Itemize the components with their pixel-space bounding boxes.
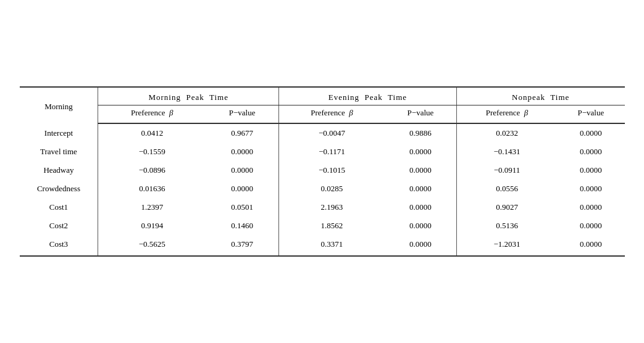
table-cell: 0.0000 [557,180,624,198]
row-label: Cost1 [20,198,98,217]
sub-header-morning-pref: Preference β [98,105,206,124]
table-cell: 0.0000 [206,161,278,180]
group-header-morning: Morning Peak Time [98,87,279,105]
table-cell: −0.1431 [456,143,557,161]
table-cell: −0.0896 [98,161,206,180]
table-cell: 0.0000 [557,123,624,143]
table-cell: −1.2031 [456,235,557,256]
row-label: Crowdedness [20,180,98,198]
table-cell: 0.0000 [385,180,456,198]
table-cell: 0.3371 [278,235,385,256]
sub-header-morning-pval: P−value [206,105,278,124]
table-cell: 0.3797 [206,235,278,256]
table-cell: 0.9194 [98,217,206,235]
sub-header-nonpeak-pval: P−value [557,105,624,124]
table-cell: 0.0000 [206,180,278,198]
table-cell: −0.0911 [456,161,557,180]
table-cell: −0.5625 [98,235,206,256]
row-label: Headway [20,161,98,180]
data-table: Morning Morning Peak Time Evening Peak T… [20,86,625,257]
row-label: Intercept [20,123,98,143]
row-label: Travel time [20,143,98,161]
sub-header-nonpeak-pref: Preference β [456,105,557,124]
sub-header-evening-pval: P−value [385,105,456,124]
group-header-evening: Evening Peak Time [278,87,456,105]
table-cell: 0.0556 [456,180,557,198]
table-cell: 0.9677 [206,123,278,143]
table-cell: 0.5136 [456,217,557,235]
table-cell: 1.2397 [98,198,206,217]
table-cell: 0.9886 [385,123,456,143]
row-label: Cost3 [20,235,98,256]
table-cell: 0.9027 [456,198,557,217]
table-cell: 0.0000 [206,143,278,161]
table-cell: 0.0412 [98,123,206,143]
table-cell: 0.0000 [557,217,624,235]
table-cell: 0.0232 [456,123,557,143]
row-header-label: Morning [20,87,98,123]
table-cell: −0.1171 [278,143,385,161]
sub-header-evening-pref: Preference β [278,105,385,124]
table-cell: −0.1559 [98,143,206,161]
table-cell: 0.0000 [557,198,624,217]
table-cell: 1.8562 [278,217,385,235]
table-cell: −0.1015 [278,161,385,180]
table-cell: 0.0000 [385,198,456,217]
row-label: Cost2 [20,217,98,235]
table-cell: 0.0501 [206,198,278,217]
table-cell: −0.0047 [278,123,385,143]
table-wrapper: Morning Morning Peak Time Evening Peak T… [20,86,625,257]
table-cell: 0.0000 [385,143,456,161]
table-cell: 0.0285 [278,180,385,198]
table-cell: 0.01636 [98,180,206,198]
table-cell: 0.0000 [385,235,456,256]
table-cell: 0.0000 [557,161,624,180]
table-cell: 0.0000 [557,235,624,256]
group-header-nonpeak: Nonpeak Time [456,87,624,105]
table-cell: 2.1963 [278,198,385,217]
table-cell: 0.1460 [206,217,278,235]
table-cell: 0.0000 [385,161,456,180]
table-cell: 0.0000 [385,217,456,235]
table-cell: 0.0000 [557,143,624,161]
